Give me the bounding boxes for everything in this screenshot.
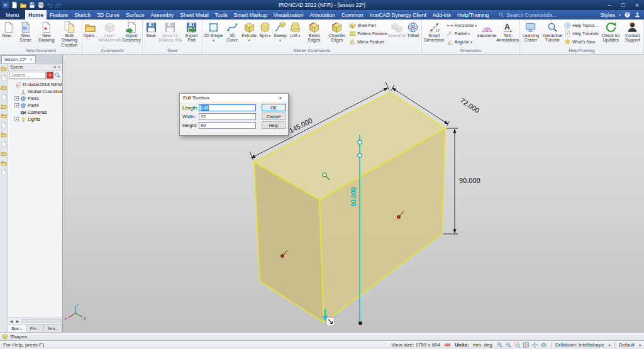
cancel-button[interactable]: Cancel [262, 113, 286, 120]
ribbon-button-open[interactable]: Open... [83, 20, 98, 48]
height-input[interactable]: 90 [199, 122, 256, 129]
ribbon-button-blend-edges[interactable]: Blend Edges [303, 20, 325, 48]
scene-search-input[interactable]: Search ... [9, 72, 46, 79]
app-logo-icon[interactable]: IC [2, 1, 9, 9]
ribbon-button-text-annotations[interactable]: AText Annotations [496, 20, 519, 48]
ribbon-button-interactive-tutorial[interactable]: Interactive Tutorial [541, 20, 564, 48]
status-style-select[interactable]: Default [619, 342, 635, 348]
tree-item-cameras[interactable]: Cameras [14, 109, 62, 116]
ribbon-button-measurement[interactable]: Measurement [477, 20, 496, 48]
panel-tab-sce[interactable]: Sce... [8, 324, 26, 332]
3d-viewport-canvas[interactable]: 145.000 72.000 90.000 90.000 [63, 55, 644, 332]
menu-tab-help-training[interactable]: Help/Training [454, 10, 492, 19]
dialog-close-icon[interactable]: × [276, 95, 285, 101]
menu-tab-sheet-metal[interactable]: Sheet Metal [177, 10, 211, 19]
shapes-catalog-bar[interactable]: Shapes [0, 332, 644, 340]
ribbon-button-angular[interactable]: Angular ▾ [447, 38, 477, 46]
ribbon-button-triball[interactable]: TriBall [406, 20, 421, 48]
scroll-track[interactable] [21, 319, 62, 323]
doc-mini-icon[interactable] [1, 169, 7, 175]
scroll-left-icon[interactable]: ◀ [8, 319, 14, 323]
folder-mini-icon[interactable] [1, 150, 7, 157]
user-icon[interactable] [634, 11, 641, 18]
tree-expander-icon[interactable]: + [14, 117, 19, 121]
folder-mini-icon[interactable] [1, 103, 7, 109]
panel-close-icon[interactable]: × [58, 65, 60, 70]
ribbon-button-import-geometry[interactable]: Import Geometry [121, 20, 142, 48]
ribbon-button-pattern-feature[interactable]: Pattern Feature [349, 30, 387, 38]
ribbon-button-2d-shape[interactable]: 2D Shape ▾ [203, 20, 223, 48]
ribbon-button-new[interactable]: New... [1, 20, 16, 48]
status-drilldown[interactable]: Drilldown: Intellishape [555, 342, 604, 348]
ok-button[interactable]: OK [262, 104, 286, 111]
menu-tab-surface[interactable]: Surface [123, 10, 147, 19]
tree-item-d-data-2018-new-word[interactable]: D:\data\2018 NEW\Word... [9, 81, 62, 88]
zoom-in-icon[interactable] [496, 341, 503, 348]
ribbon-button-chamfer-edges[interactable]: Chamfer Edges [325, 20, 348, 48]
ribbon-button-save[interactable]: Save [143, 20, 158, 48]
doc-mini-icon[interactable] [1, 94, 7, 100]
scroll-right-icon[interactable]: ▶ [14, 319, 21, 323]
document-tab-close-icon[interactable]: × [30, 57, 33, 62]
zoom-window-icon[interactable] [514, 341, 521, 348]
status-units-value[interactable]: mm, deg [473, 342, 492, 348]
ribbon-button-3d-curve[interactable]: 3D Curve [224, 20, 241, 48]
zoom-fit-icon[interactable] [523, 341, 530, 348]
menu-tab-common[interactable]: Common [338, 10, 366, 19]
document-tab[interactable]: lesson 22* × [1, 55, 36, 63]
minimize-icon[interactable] [602, 0, 616, 10]
ribbon-button-radial[interactable]: Radial ▾ [447, 30, 477, 38]
menu-tab-home[interactable]: Home [25, 10, 47, 19]
ribbon-button-new-scene[interactable]: New Scene [16, 20, 35, 48]
ribbon-button-help-topics[interactable]: ?Help Topics... [564, 21, 599, 30]
menu-tab-sketch[interactable]: Sketch [71, 10, 94, 19]
pan-icon[interactable] [531, 341, 538, 348]
panel-tab-sea[interactable]: Sea... [44, 324, 62, 332]
open-icon[interactable] [19, 1, 27, 9]
ribbon-button-spin[interactable]: Spin ▾ [257, 20, 272, 48]
ribbon-button-bulk-drawing-creation[interactable]: Bulk Drawing Creation [58, 20, 81, 48]
ribbon-button-new-drawing[interactable]: New Drawing [35, 20, 58, 48]
help-button[interactable]: Help [262, 121, 286, 129]
menu-tab-feature[interactable]: Feature [47, 10, 71, 19]
tree-expander-icon[interactable]: + [14, 103, 19, 108]
ribbon-button-learning-center[interactable]: Learning Center [521, 20, 541, 48]
ribbon-button-mirror-feature[interactable]: Mirror Feature [349, 38, 387, 46]
dialog-titlebar[interactable]: Edit Sizebox × [180, 94, 288, 102]
styles-button[interactable]: Styles [601, 12, 615, 18]
menu-tab-smart-markup[interactable]: Smart Markup [230, 10, 270, 19]
tree-expander-icon[interactable]: + [14, 96, 19, 101]
zoom-out-icon[interactable] [505, 341, 512, 348]
panel-menu-icon[interactable]: ▾ [53, 65, 56, 70]
ribbon-button-extrude[interactable]: Extrude ▾ [241, 20, 257, 48]
redo-icon[interactable] [55, 1, 62, 9]
style-caret-icon[interactable]: ▾ [639, 343, 641, 347]
panel-tab-pro[interactable]: Pro... [26, 324, 45, 332]
close-icon[interactable] [630, 0, 644, 10]
panel-scrollbar[interactable]: ◀ ▶ [8, 317, 62, 324]
ribbon-button-check-for-updates[interactable]: Check for Updates [599, 20, 623, 48]
tree-item-global-coordinate-sys[interactable]: Global Coordinate Sys... [14, 88, 62, 95]
ribbon-button-help-tutorials[interactable]: ?Help Tutorials [564, 30, 599, 38]
command-search[interactable]: Search Commands... [494, 10, 560, 19]
tree-item-part4[interactable]: +Part4 [14, 102, 62, 109]
tree-item-lights[interactable]: +Lights [14, 116, 62, 123]
ribbon-button-shell-part[interactable]: Shell Part [349, 21, 387, 30]
drilldown-caret-icon[interactable]: ▾ [609, 343, 611, 347]
folder-mini-icon[interactable] [1, 65, 7, 72]
width-input[interactable]: 72 [199, 113, 256, 120]
menu-tab-annotation[interactable]: Annotation [306, 10, 338, 19]
scene-search-icon[interactable] [54, 72, 61, 79]
new-document-icon[interactable] [11, 1, 18, 9]
ribbon-button-contact-support[interactable]: Contact Support [623, 20, 643, 48]
ribbon-button-loft[interactable]: Loft ▾ [287, 20, 303, 48]
folder-mini-icon[interactable] [1, 113, 7, 119]
ribbon-button-export-part[interactable]: Export Part [182, 20, 201, 48]
folder-mini-icon[interactable] [1, 84, 7, 91]
doc-mini-icon[interactable] [1, 122, 7, 128]
doc-mini-icon[interactable] [1, 75, 7, 81]
menu-tab-3d-curve[interactable]: 3D Curve [94, 10, 123, 19]
maximize-icon[interactable] [616, 0, 630, 10]
length-input[interactable]: 145 [199, 104, 256, 111]
ribbon-button-what-s-new[interactable]: What's New [564, 38, 599, 46]
